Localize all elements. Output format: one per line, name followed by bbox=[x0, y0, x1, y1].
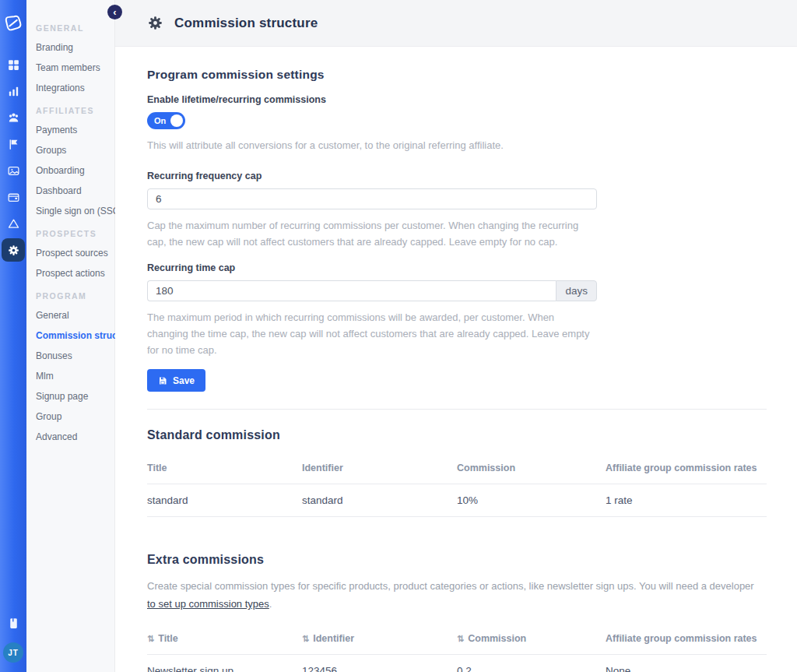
sidebar-item-commission-structure[interactable]: Commission structure bbox=[36, 325, 110, 346]
sort-icon: ⇅ bbox=[457, 634, 464, 643]
main-panel: ‹ Commission structure Program commissio… bbox=[115, 0, 797, 672]
link-suffix: . bbox=[269, 598, 272, 610]
frequency-cap-help: Cap the maximum number of recurring comm… bbox=[147, 217, 597, 250]
user-avatar[interactable]: JT bbox=[3, 642, 23, 663]
col-commission-sortable[interactable]: ⇅Commission bbox=[457, 622, 606, 655]
setup-commission-types-link[interactable]: to set up commission types bbox=[147, 598, 269, 610]
sidebar-item-onboarding[interactable]: Onboarding bbox=[36, 160, 110, 181]
standard-commission-table: Title Identifier Commission Affiliate gr… bbox=[147, 452, 767, 517]
sidebar-item-group[interactable]: Group bbox=[36, 406, 110, 427]
time-cap-input-group: days bbox=[147, 280, 597, 301]
time-cap-help: The maximum period in which recurring co… bbox=[147, 309, 597, 358]
sidebar-item-signup-page[interactable]: Signup page bbox=[36, 386, 110, 406]
settings-gear-icon[interactable] bbox=[2, 238, 25, 262]
col-title: Title bbox=[147, 452, 302, 484]
cell-group-rates: None bbox=[606, 655, 767, 672]
col-commission: Commission bbox=[457, 452, 606, 484]
save-button[interactable]: Save bbox=[147, 369, 205, 392]
toggle-help-text: This will attribute all conversions for … bbox=[147, 137, 767, 153]
col-group-rates: Affiliate group commission rates bbox=[606, 622, 767, 655]
chevron-left-icon: ‹ bbox=[113, 7, 116, 17]
sidebar-item-integrations[interactable]: Integrations bbox=[36, 78, 110, 98]
table-row[interactable]: standard standard 10% 1 rate bbox=[147, 484, 767, 517]
col-group-rates: Affiliate group commission rates bbox=[606, 452, 767, 484]
toggle-field-label: Enable lifetime/recurring commissions bbox=[147, 94, 767, 105]
section-label-prospects: PROSPECTS bbox=[36, 229, 110, 238]
col-identifier: Identifier bbox=[302, 452, 457, 484]
section-label-program: PROGRAM bbox=[36, 291, 110, 301]
lifetime-commissions-toggle[interactable]: On bbox=[147, 112, 185, 129]
cell-title: standard bbox=[147, 484, 302, 517]
time-cap-unit: days bbox=[556, 280, 597, 301]
toggle-state-label: On bbox=[154, 116, 166, 125]
dashboard-icon[interactable] bbox=[0, 51, 26, 78]
sidebar-item-payments[interactable]: Payments bbox=[36, 120, 110, 140]
settings-heading: Program commission settings bbox=[147, 68, 767, 82]
time-cap-label: Recurring time cap bbox=[147, 262, 767, 273]
col-commission-label: Commission bbox=[468, 633, 526, 644]
frequency-cap-label: Recurring frequency cap bbox=[147, 171, 767, 181]
sidebar-item-sso[interactable]: Single sign on (SSO) bbox=[36, 201, 110, 221]
cell-title: Newsletter sign up bbox=[147, 655, 302, 672]
page-title: Commission structure bbox=[174, 16, 318, 31]
col-title-sortable[interactable]: ⇅Title bbox=[147, 622, 302, 655]
sidebar-item-dashboard[interactable]: Dashboard bbox=[36, 181, 110, 201]
page-header: Commission structure bbox=[115, 0, 797, 47]
sidebar-item-mlm[interactable]: Mlm bbox=[36, 366, 110, 386]
sort-icon: ⇅ bbox=[147, 634, 154, 643]
table-header-row: ⇅Title ⇅Identifier ⇅Commission Affiliate… bbox=[147, 622, 767, 655]
sidebar-item-team-members[interactable]: Team members bbox=[36, 58, 110, 78]
cell-commission: 0.2 bbox=[457, 655, 606, 672]
content-area: Program commission settings Enable lifet… bbox=[115, 47, 797, 672]
sort-icon: ⇅ bbox=[302, 634, 309, 643]
cell-identifier: 123456 bbox=[302, 655, 457, 672]
cell-commission: 10% bbox=[457, 484, 606, 517]
save-floppy-icon bbox=[158, 376, 167, 385]
time-cap-input[interactable] bbox=[147, 280, 556, 301]
reports-chart-icon[interactable] bbox=[0, 78, 26, 104]
col-title-label: Title bbox=[158, 633, 177, 644]
table-header-row: Title Identifier Commission Affiliate gr… bbox=[147, 452, 767, 484]
frequency-cap-input[interactable] bbox=[147, 188, 597, 209]
col-identifier-sortable[interactable]: ⇅Identifier bbox=[302, 622, 457, 655]
docs-book-icon[interactable] bbox=[0, 610, 26, 636]
affiliates-users-icon[interactable] bbox=[0, 104, 26, 131]
sidebar-item-prospect-sources[interactable]: Prospect sources bbox=[36, 243, 110, 263]
header-gear-icon bbox=[147, 15, 163, 31]
brand-logo-icon[interactable] bbox=[3, 12, 23, 34]
payouts-wallet-icon[interactable] bbox=[0, 184, 26, 210]
toggle-knob bbox=[170, 114, 183, 127]
table-row[interactable]: Newsletter sign up 123456 0.2 None bbox=[147, 655, 767, 672]
section-label-general: GENERAL bbox=[36, 23, 110, 33]
sidebar-item-bonuses[interactable]: Bonuses bbox=[36, 346, 110, 366]
sidebar-item-advanced[interactable]: Advanced bbox=[36, 427, 110, 447]
cell-group-rates: 1 rate bbox=[606, 484, 767, 517]
section-label-affiliates: AFFILIATES bbox=[36, 106, 110, 115]
description-text: Create special commission types for spec… bbox=[147, 580, 754, 592]
campaigns-flag-icon[interactable] bbox=[0, 131, 26, 157]
cell-identifier: standard bbox=[302, 484, 457, 517]
sidebar-item-groups[interactable]: Groups bbox=[36, 140, 110, 160]
sidebar-item-general[interactable]: General bbox=[36, 305, 110, 325]
standard-commission-heading: Standard commission bbox=[147, 428, 767, 442]
assets-image-icon[interactable] bbox=[0, 157, 26, 184]
extra-commissions-description: Create special commission types for spec… bbox=[147, 577, 767, 613]
sidebar-item-prospect-actions[interactable]: Prospect actions bbox=[36, 263, 110, 283]
icon-rail: JT bbox=[0, 0, 26, 672]
col-identifier-label: Identifier bbox=[313, 633, 354, 644]
settings-sidebar: GENERAL Branding Team members Integratio… bbox=[26, 0, 115, 672]
collapse-sidebar-button[interactable]: ‹ bbox=[107, 5, 122, 19]
prism-triangle-icon[interactable] bbox=[0, 210, 26, 237]
save-button-label: Save bbox=[173, 375, 195, 386]
extra-commissions-heading: Extra commissions bbox=[147, 553, 767, 567]
section-divider bbox=[147, 409, 767, 410]
extra-commissions-table: ⇅Title ⇅Identifier ⇅Commission Affiliate… bbox=[147, 622, 767, 672]
sidebar-item-branding[interactable]: Branding bbox=[36, 37, 110, 58]
